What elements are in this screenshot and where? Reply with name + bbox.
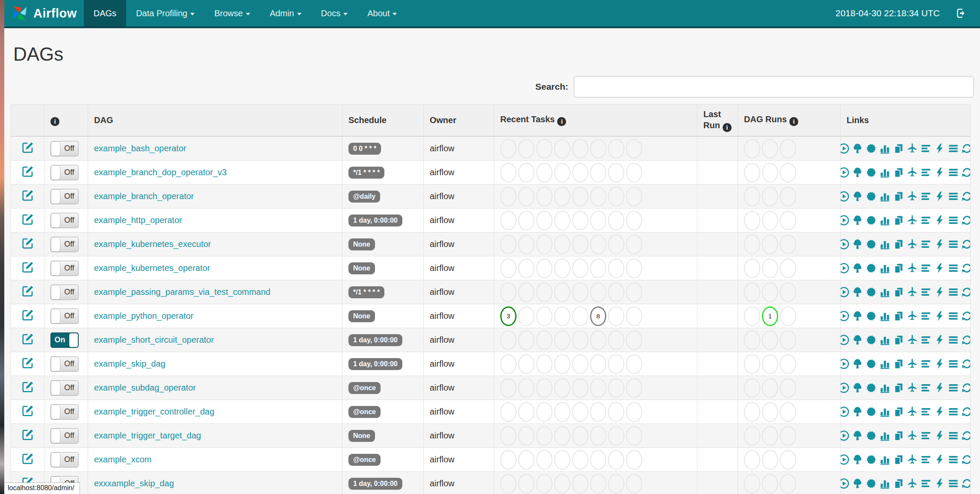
trigger-dag-icon[interactable] [841, 454, 850, 465]
gantt-view-icon[interactable] [920, 478, 932, 489]
code-view-icon[interactable] [934, 191, 945, 202]
tree-view-icon[interactable] [852, 143, 863, 154]
refresh-icon[interactable] [961, 430, 971, 441]
gantt-view-icon[interactable] [920, 310, 932, 322]
task-tries-icon[interactable] [893, 382, 904, 394]
tree-view-icon[interactable] [852, 310, 863, 322]
sign-out-icon[interactable] [955, 7, 967, 19]
edit-dag-button[interactable] [21, 404, 34, 417]
graph-view-icon[interactable] [865, 430, 877, 441]
task-duration-icon[interactable] [879, 478, 891, 489]
task-duration-icon[interactable] [879, 406, 891, 418]
task-state-circle[interactable]: 1 [762, 306, 778, 326]
task-duration-icon[interactable] [879, 167, 891, 178]
task-duration-icon[interactable] [879, 191, 891, 202]
landing-times-icon[interactable] [906, 382, 918, 394]
trigger-dag-icon[interactable] [841, 262, 850, 274]
dag-pause-toggle[interactable]: Off [50, 213, 79, 228]
edit-dag-button[interactable] [21, 237, 34, 250]
logs-icon[interactable] [948, 430, 959, 441]
gantt-view-icon[interactable] [920, 358, 932, 370]
tree-view-icon[interactable] [852, 238, 863, 250]
task-duration-icon[interactable] [879, 262, 891, 274]
code-view-icon[interactable] [934, 262, 945, 274]
task-duration-icon[interactable] [879, 334, 891, 346]
gantt-view-icon[interactable] [920, 167, 932, 178]
dag-pause-toggle[interactable]: Off [50, 404, 79, 420]
tree-view-icon[interactable] [852, 215, 863, 226]
refresh-icon[interactable] [961, 191, 971, 202]
task-duration-icon[interactable] [879, 382, 891, 394]
code-view-icon[interactable] [934, 215, 945, 226]
graph-view-icon[interactable] [865, 143, 877, 154]
dag-pause-toggle[interactable]: Off [50, 237, 79, 252]
dag-pause-toggle[interactable]: Off [50, 165, 79, 180]
dag-pause-toggle[interactable]: Off [50, 189, 79, 204]
landing-times-icon[interactable] [906, 358, 918, 370]
landing-times-icon[interactable] [906, 286, 918, 298]
task-tries-icon[interactable] [893, 167, 904, 178]
refresh-icon[interactable] [961, 454, 971, 465]
tree-view-icon[interactable] [852, 406, 863, 418]
tree-view-icon[interactable] [852, 286, 863, 298]
trigger-dag-icon[interactable] [841, 406, 850, 418]
task-tries-icon[interactable] [893, 454, 904, 465]
tree-view-icon[interactable] [852, 382, 863, 394]
logs-icon[interactable] [948, 286, 959, 298]
task-tries-icon[interactable] [893, 478, 904, 489]
gantt-view-icon[interactable] [920, 262, 932, 274]
landing-times-icon[interactable] [906, 262, 918, 274]
task-state-circle[interactable]: 8 [590, 306, 606, 326]
task-tries-icon[interactable] [893, 238, 904, 250]
refresh-icon[interactable] [961, 334, 971, 346]
edit-dag-button[interactable] [21, 356, 34, 369]
code-view-icon[interactable] [934, 167, 945, 178]
dag-pause-toggle[interactable]: Off [50, 285, 79, 300]
edit-dag-button[interactable] [21, 332, 34, 345]
graph-view-icon[interactable] [865, 406, 877, 418]
dag-pause-toggle[interactable]: Off [50, 380, 79, 396]
gantt-view-icon[interactable] [920, 286, 932, 298]
dag-pause-toggle[interactable]: Off [50, 261, 79, 276]
tree-view-icon[interactable] [852, 358, 863, 370]
code-view-icon[interactable] [934, 430, 945, 441]
dag-link[interactable]: example_bash_operator [94, 144, 186, 153]
edit-dag-button[interactable] [21, 452, 34, 465]
graph-view-icon[interactable] [865, 310, 877, 322]
trigger-dag-icon[interactable] [841, 310, 850, 322]
logs-icon[interactable] [948, 215, 959, 226]
logs-icon[interactable] [948, 167, 959, 178]
task-tries-icon[interactable] [893, 406, 904, 418]
edit-dag-button[interactable] [21, 428, 34, 441]
refresh-icon[interactable] [961, 310, 971, 322]
logs-icon[interactable] [948, 238, 959, 250]
dag-link[interactable]: example_python_operator [94, 311, 193, 321]
task-state-circle[interactable]: 3 [500, 306, 517, 326]
code-view-icon[interactable] [934, 454, 945, 465]
landing-times-icon[interactable] [906, 430, 918, 441]
code-view-icon[interactable] [934, 358, 945, 370]
dag-link[interactable]: example_trigger_target_dag [94, 431, 201, 440]
code-view-icon[interactable] [934, 334, 945, 346]
tree-view-icon[interactable] [852, 454, 863, 465]
dag-link[interactable]: example_short_circuit_operator [94, 335, 214, 344]
task-tries-icon[interactable] [893, 334, 904, 346]
trigger-dag-icon[interactable] [841, 167, 850, 178]
graph-view-icon[interactable] [865, 358, 877, 370]
task-tries-icon[interactable] [893, 286, 904, 298]
brand[interactable]: Airflow [4, 0, 84, 26]
landing-times-icon[interactable] [906, 143, 918, 154]
task-tries-icon[interactable] [893, 143, 904, 154]
landing-times-icon[interactable] [906, 167, 918, 178]
graph-view-icon[interactable] [865, 238, 877, 250]
dag-link[interactable]: example_xcom [94, 455, 152, 464]
edit-dag-button[interactable] [21, 261, 34, 273]
logs-icon[interactable] [948, 382, 959, 394]
edit-dag-button[interactable] [21, 141, 34, 154]
code-view-icon[interactable] [934, 382, 945, 394]
tree-view-icon[interactable] [852, 478, 863, 489]
task-duration-icon[interactable] [879, 215, 891, 226]
dag-link[interactable]: example_branch_operator [94, 191, 194, 201]
landing-times-icon[interactable] [906, 406, 918, 418]
gantt-view-icon[interactable] [920, 191, 932, 202]
